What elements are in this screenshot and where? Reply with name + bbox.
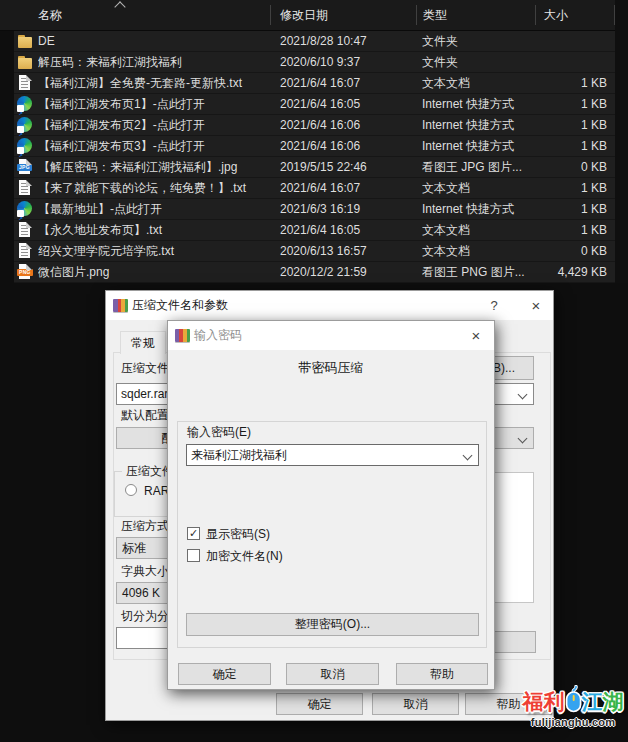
password-dialog: 输入密码 × 带密码压缩 输入密码(E) 来福利江湖找福利 ✓ 显示密码(S) …: [167, 320, 495, 690]
fulijianghu-watermark: 福 利 江 湖 fulijianghu.com: [518, 686, 628, 728]
rar-radio[interactable]: [125, 484, 137, 496]
file-name: 【福利江湖发布页2】-点此打开: [38, 115, 273, 135]
file-row[interactable]: 【福利江湖】全免费-无套路-更新快.txt 2021/6/4 16:07 文本文…: [14, 73, 615, 94]
file-size: 1 KB: [494, 220, 607, 240]
file-date: 2021/6/4 16:07: [280, 73, 416, 93]
file-name: 解压码：来福利江湖找福利: [38, 52, 273, 72]
tab-general[interactable]: 常规: [120, 331, 166, 354]
file-name: 【福利江湖发布页1】-点此打开: [38, 94, 273, 114]
winrar-icon: [175, 329, 190, 342]
folder-file-icon: [17, 33, 33, 49]
column-header-date[interactable]: 修改日期: [271, 0, 417, 30]
encrypt-filenames-label: 加密文件名(N): [206, 549, 283, 563]
file-name: 【福利江湖发布页3】-点此打开: [38, 136, 273, 156]
file-size: [494, 52, 607, 72]
file-size: 4,429 KB: [494, 262, 607, 282]
edge-file-icon: [17, 201, 33, 217]
ok-button[interactable]: 确定: [276, 693, 363, 715]
enter-password-label: 输入密码(E): [187, 425, 251, 439]
brand-char: 利: [544, 689, 565, 715]
password-value: 来福利江湖找福利: [191, 448, 287, 462]
show-password-checkbox[interactable]: ✓ 显示密码(S): [187, 527, 270, 541]
cancel-button[interactable]: 取消: [372, 693, 459, 715]
file-date: 2021/6/3 16:19: [280, 199, 416, 219]
file-name: 【永久地址发布页】.txt: [38, 220, 273, 240]
file-row[interactable]: JPG 【解压密码：来福利江湖找福利】.jpg 2019/5/15 22:46 …: [14, 157, 615, 178]
column-header-name[interactable]: 名称: [0, 0, 271, 30]
password-dialog-title: 输入密码: [194, 321, 242, 350]
password-input[interactable]: 来福利江湖找福利: [186, 444, 479, 466]
file-size: 1 KB: [494, 136, 607, 156]
shortcut-arrow-icon: [17, 126, 24, 133]
file-date: 2020/6/13 16:57: [280, 241, 416, 261]
file-name: DE: [38, 31, 273, 51]
organize-passwords-button[interactable]: 整理密码(O)...: [186, 613, 479, 636]
file-date: 2021/6/4 16:05: [280, 220, 416, 240]
help-button[interactable]: 帮助: [396, 663, 488, 685]
file-list-right-gutter: [615, 0, 628, 283]
file-size: 1 KB: [494, 199, 607, 219]
png-file-icon: PNG: [17, 264, 33, 280]
shortcut-arrow-icon: [17, 147, 24, 154]
file-row[interactable]: 【福利江湖发布页3】-点此打开 2021/6/4 16:06 Internet …: [14, 136, 615, 157]
rar-radio-label[interactable]: RAR: [144, 484, 169, 498]
close-icon[interactable]: ×: [526, 291, 546, 320]
dictionary-size-value: 4096 K: [122, 586, 160, 600]
file-size: 0 KB: [494, 157, 607, 177]
shortcut-arrow-icon: [17, 105, 24, 112]
show-password-label: 显示密码(S): [206, 527, 270, 541]
file-list: DE 2021/8/28 10:47 文件夹 解压码：来福利江湖找福利 2020…: [0, 31, 628, 283]
file-row[interactable]: 【福利江湖发布页2】-点此打开 2021/6/4 16:06 Internet …: [14, 115, 615, 136]
desktop-screen: 名称 修改日期 类型 大小 DE 2021/8/28 10:47 文件夹 解压码…: [0, 0, 628, 742]
file-date: 2021/6/4 16:07: [280, 178, 416, 198]
cancel-button[interactable]: 取消: [286, 663, 379, 685]
column-header-size[interactable]: 大小: [536, 0, 615, 30]
checkbox-box[interactable]: ✓: [187, 527, 200, 540]
ok-button[interactable]: 确定: [178, 663, 271, 685]
file-row[interactable]: 【来了就能下载的论坛，纯免费！】.txt 2021/6/4 16:07 文本文档…: [14, 178, 615, 199]
file-size: 1 KB: [494, 178, 607, 198]
brand-char: 湖: [603, 689, 624, 715]
file-name: 绍兴文理学院元培学院.txt: [38, 241, 273, 261]
file-row[interactable]: 【永久地址发布页】.txt 2021/6/4 16:05 文本文档 1 KB: [14, 220, 615, 241]
file-name: 【来了就能下载的论坛，纯免费！】.txt: [38, 178, 273, 198]
file-name: 【最新地址】-点此打开: [38, 199, 273, 219]
checkbox-box[interactable]: [187, 549, 200, 562]
file-date: 2019/5/15 22:46: [280, 157, 416, 177]
file-date: 2020/12/2 21:59: [280, 262, 416, 282]
chevron-down-icon: [518, 434, 528, 444]
file-row[interactable]: 【福利江湖发布页1】-点此打开 2021/6/4 16:05 Internet …: [14, 94, 615, 115]
chevron-down-icon[interactable]: [518, 390, 528, 400]
archive-dialog-title: 压缩文件名和参数: [132, 291, 228, 320]
file-date: 2020/6/10 9:37: [280, 52, 416, 72]
edge-file-icon: [17, 96, 33, 112]
chevron-down-icon[interactable]: [463, 451, 473, 461]
help-icon[interactable]: ?: [484, 291, 504, 320]
winrar-icon: [113, 299, 128, 312]
file-size: 1 KB: [494, 94, 607, 114]
txt-file-icon: [17, 222, 33, 238]
file-row[interactable]: DE 2021/8/28 10:47 文件夹: [14, 31, 615, 52]
password-dialog-titlebar[interactable]: 输入密码 ×: [168, 321, 494, 350]
password-dialog-heading: 带密码压缩: [168, 359, 494, 377]
archive-name-value: sqder.rar: [121, 387, 168, 401]
file-row[interactable]: 绍兴文理学院元培学院.txt 2020/6/13 16:57 文本文档 0 KB: [14, 241, 615, 262]
txt-file-icon: [17, 75, 33, 91]
watermark-domain: fulijianghu.com: [518, 716, 628, 728]
brand-char: 江: [582, 689, 603, 715]
file-date: 2021/6/4 16:05: [280, 94, 416, 114]
file-name: 微信图片.png: [38, 262, 273, 282]
file-row[interactable]: 【最新地址】-点此打开 2021/6/3 16:19 Internet 快捷方式…: [14, 199, 615, 220]
file-list-header: 名称 修改日期 类型 大小: [0, 0, 615, 31]
encrypt-filenames-checkbox[interactable]: 加密文件名(N): [187, 549, 283, 563]
column-header-type[interactable]: 类型: [417, 0, 536, 30]
archive-dialog-titlebar[interactable]: 压缩文件名和参数 ? ×: [106, 291, 553, 320]
file-size: 1 KB: [494, 73, 607, 93]
file-date: 2021/8/28 10:47: [280, 31, 416, 51]
file-row[interactable]: PNG 微信图片.png 2020/12/2 21:59 看图王 PNG 图片.…: [14, 262, 615, 283]
mouse-icon: [564, 685, 583, 717]
close-icon[interactable]: ×: [466, 321, 486, 350]
edge-file-icon: [17, 138, 33, 154]
file-date: 2021/6/4 16:06: [280, 136, 416, 156]
file-row[interactable]: 解压码：来福利江湖找福利 2020/6/10 9:37 文件夹: [14, 52, 615, 73]
